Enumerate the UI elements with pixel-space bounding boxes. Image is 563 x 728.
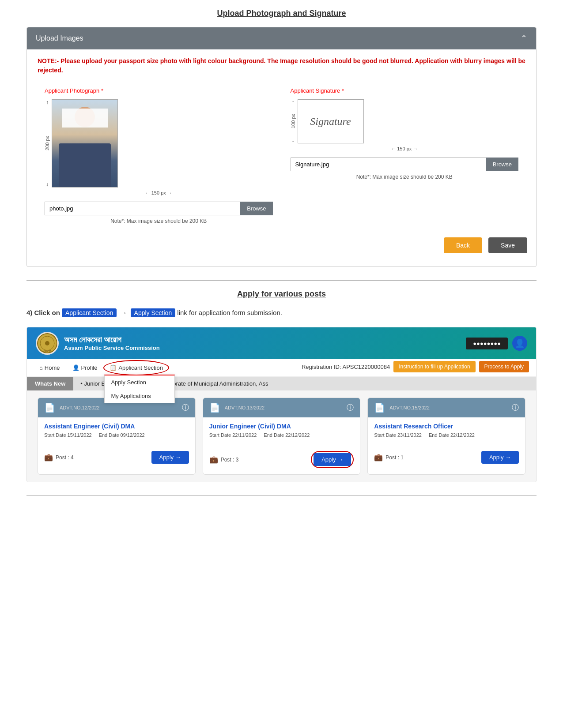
apsc-nav-right: Registration ID: APSC1220000084 Instruct… <box>302 361 529 372</box>
instruction-button[interactable]: Instruction to fill up Application <box>393 361 475 372</box>
reg-id-label: Registration ID: APSC1220000084 <box>302 364 390 370</box>
job-end-2: End Date 22/12/2022 <box>264 432 310 438</box>
whats-new-label: Whats New <box>27 377 73 390</box>
nav-applicant-section[interactable]: 📋 Applicant Section Apply Section My App… <box>104 361 168 375</box>
apsc-header: ASSAM অসম লোকসেৱা আয়োগ Assam Public Ser… <box>27 327 536 359</box>
apsc-user-area: ●●●●●●●● 👤 <box>466 336 527 351</box>
svg-point-2 <box>45 341 49 345</box>
sig-label: Applicant Signature <box>291 87 340 94</box>
job-card-1-body: Assistant Engineer (Civil) DMA Start Dat… <box>38 417 195 447</box>
job-card-2: 📄 ADVT.NO.13/2022 ⓘ Junior Engineer (Civ… <box>203 398 361 475</box>
job-start-1: Start Date 15/11/2022 <box>44 432 92 438</box>
job-card-3-header: 📄 ADVT.NO.15/2022 ⓘ <box>368 398 525 417</box>
signature-text: Signature <box>310 116 351 128</box>
upload-header[interactable]: Upload Images ⌃ <box>27 27 536 49</box>
signature-box: Signature <box>298 99 364 143</box>
post-icon-2: 💼 <box>209 455 218 464</box>
nav-home[interactable]: ⌂ Home <box>34 361 65 375</box>
apsc-card: ASSAM অসম লোকসেৱা আয়োগ Assam Public Ser… <box>26 327 537 482</box>
sig-browse-button[interactable]: Browse <box>486 158 518 171</box>
job-advt-3: ADVT.NO.15/2022 <box>389 405 430 410</box>
apply-button-2-wrapper: Apply → <box>311 451 354 468</box>
upload-card: Upload Images ⌃ NOTE:- Please upload you… <box>26 27 537 267</box>
doc-icon-1: 📄 <box>44 402 55 413</box>
list-icon: 📋 <box>110 364 117 371</box>
job-dates-1: Start Date 15/11/2022 End Date 09/12/202… <box>44 432 189 438</box>
arrow-up-sig: ↑ <box>292 99 295 105</box>
doc-icon-3: 📄 <box>374 402 385 413</box>
section1-title: Upload Photograph and Signature <box>26 9 537 18</box>
home-icon: ⌂ <box>39 364 43 371</box>
post-icon-3: 💼 <box>374 453 383 462</box>
photo-box <box>52 99 118 188</box>
job-card-2-header: 📄 ADVT.NO.13/2022 ⓘ <box>203 398 360 417</box>
nav-profile[interactable]: 👤 Profile <box>67 361 103 375</box>
job-title-3: Assistant Research Officer <box>374 423 519 430</box>
info-icon-2[interactable]: ⓘ <box>347 403 354 413</box>
process-to-apply-button[interactable]: Process to Apply <box>479 361 529 372</box>
photo-browse-button[interactable]: Browse <box>240 202 272 215</box>
arrow-symbol: → <box>120 309 127 316</box>
post-icon-1: 💼 <box>44 453 53 462</box>
info-icon-3[interactable]: ⓘ <box>512 403 519 413</box>
instruction-suffix: link for application form submission. <box>177 309 282 316</box>
sig-height-arrow: ↑ 100 px ↓ <box>291 99 296 143</box>
back-button[interactable]: Back <box>444 237 482 253</box>
job-title-2: Junior Engineer (Civil) DMA <box>209 423 354 430</box>
arrow-up-photo: ↑ <box>46 99 49 105</box>
photo-filename-input[interactable] <box>45 202 240 215</box>
apply-button-2[interactable]: Apply → <box>314 453 351 466</box>
job-card-3: 📄 ADVT.NO.15/2022 ⓘ Assistant Research O… <box>367 398 525 475</box>
nav-dropdown: Apply Section My Applications <box>104 375 175 403</box>
apply-section-highlight[interactable]: Apply Section <box>131 308 176 317</box>
svg-text:ASSAM: ASSAM <box>43 349 51 352</box>
job-start-3: Start Date 23/11/2022 <box>374 432 422 438</box>
job-card-1: 📄 ADVT.NO.12/2022 ⓘ Assistant Engineer (… <box>38 398 196 475</box>
job-card-2-footer: 💼 Post : 3 Apply → <box>203 447 360 474</box>
job-card-3-footer: 💼 Post : 1 Apply → <box>368 447 525 470</box>
photo-height-arrow: ↑ 200 px ↓ <box>45 99 50 188</box>
job-post-3: 💼 Post : 1 <box>374 453 404 462</box>
section2-title: Apply for various posts <box>26 289 537 299</box>
photo-person-bg <box>52 100 117 187</box>
photo-note: Note*: Max image size should be 200 KB <box>45 218 273 224</box>
section-divider <box>26 280 537 281</box>
job-title-1: Assistant Engineer (Civil) DMA <box>44 423 189 430</box>
nav-profile-label: Profile <box>81 364 98 371</box>
sig-filename-input[interactable] <box>291 158 486 171</box>
upload-images-label: Upload Images <box>36 34 83 42</box>
photo-label: Applicant Photograph <box>45 87 99 94</box>
apsc-bengali-title: অসম লোকসেৱা আয়োগ <box>64 335 160 345</box>
apsc-logo: ASSAM <box>36 332 59 355</box>
job-post-1: 💼 Post : 4 <box>44 453 74 462</box>
info-icon-1[interactable]: ⓘ <box>182 403 189 413</box>
apply-button-1[interactable]: Apply → <box>151 451 189 464</box>
job-start-2: Start Date 22/11/2022 <box>209 432 257 438</box>
job-dates-3: Start Date 23/11/2022 End Date 22/12/202… <box>374 432 519 438</box>
applicant-section-highlight[interactable]: Applicant Section <box>62 308 117 317</box>
sig-height-label: 100 px <box>291 114 296 128</box>
job-advt-2: ADVT.NO.13/2022 <box>225 405 265 410</box>
photo-required: * <box>101 87 103 94</box>
post-count-2: Post : 3 <box>221 457 239 463</box>
job-cards-row: 📄 ADVT.NO.12/2022 ⓘ Assistant Engineer (… <box>27 390 536 482</box>
sig-width-label: ← 150 px → <box>291 146 519 151</box>
arrow-down-photo: ↓ <box>46 181 49 188</box>
save-button[interactable]: Save <box>488 237 527 253</box>
post-count-1: Post : 4 <box>56 454 74 461</box>
doc-icon-2: 📄 <box>209 402 220 413</box>
apsc-user-icon[interactable]: 👤 <box>512 336 527 351</box>
sig-required: * <box>342 87 344 94</box>
instruction-number: 4) Click on <box>26 309 60 316</box>
nav-my-applications-item[interactable]: My Applications <box>105 389 174 403</box>
nav-apply-section-item[interactable]: Apply Section <box>105 375 174 389</box>
chevron-up-icon[interactable]: ⌃ <box>521 34 527 43</box>
job-dates-2: Start Date 22/11/2022 End Date 22/12/202… <box>209 432 354 438</box>
apply-button-3[interactable]: Apply → <box>481 451 519 464</box>
nav-applicant-section-label: Applicant Section <box>118 364 162 371</box>
arrow-down-sig: ↓ <box>292 137 295 143</box>
photo-height-label: 200 px <box>45 136 50 150</box>
post-count-3: Post : 1 <box>385 454 404 461</box>
instruction-row: 4) Click on Applicant Section → Apply Se… <box>26 308 537 318</box>
profile-icon: 👤 <box>72 364 79 371</box>
